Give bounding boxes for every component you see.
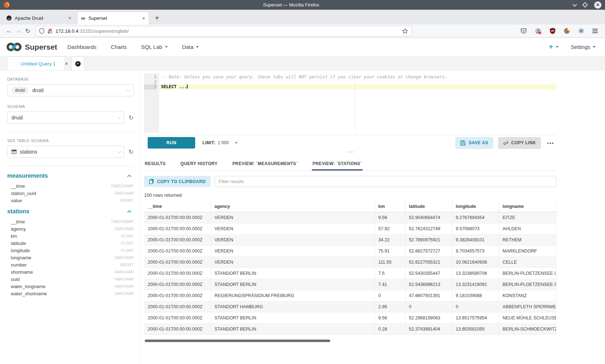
table-row: 2000-01-01T00:00:00.000ZVERDEN57.9252.76… bbox=[144, 223, 556, 235]
lock-insecure-icon[interactable] bbox=[48, 28, 52, 34]
sql-toolbar: RUN LIMIT: 1 000 SAVE AS COPY LINK ••• bbox=[144, 135, 556, 150]
limit-dropdown[interactable]: LIMIT: 1 000 bbox=[202, 140, 238, 145]
table-section-title: stations bbox=[7, 208, 29, 215]
chevron-up-icon[interactable] bbox=[127, 210, 131, 214]
browser-tab-title: Superset bbox=[88, 15, 107, 21]
superset-logo[interactable]: Superset bbox=[6, 42, 57, 52]
results-tab-preview-stations[interactable]: PREVIEW: `STATIONS` bbox=[312, 159, 363, 170]
column-row: uuidVARCHAR bbox=[7, 276, 134, 283]
table-select[interactable]: stations bbox=[7, 146, 124, 158]
results-table: __timeagencykmlatitudelongitudelongname … bbox=[144, 201, 556, 335]
table-cell: REGIERUNGSPRÄSIDIUM FREIBURG bbox=[211, 290, 375, 301]
forward-icon[interactable]: → bbox=[14, 27, 23, 35]
table-cell: 2000-01-01T00:00:00.000Z bbox=[144, 313, 211, 324]
table-cell: 2000-01-01T00:00:00.000Z bbox=[144, 223, 211, 235]
column-header-longitude[interactable]: longitude bbox=[452, 201, 499, 212]
column-name: water_shortname bbox=[11, 291, 47, 296]
ublock-icon[interactable]: uO bbox=[550, 28, 556, 34]
column-header-agency[interactable]: agency bbox=[211, 201, 375, 212]
reload-icon[interactable]: ↻ bbox=[23, 27, 32, 35]
table-cell: MARKLENDORF bbox=[499, 246, 556, 257]
refresh-schemas-icon[interactable]: ↻ bbox=[129, 115, 134, 121]
database-label: DATABASE bbox=[7, 77, 134, 81]
horizontal-scrollbar[interactable] bbox=[145, 340, 330, 342]
table-cell: 0 bbox=[405, 301, 452, 313]
nav-item-charts[interactable]: Charts bbox=[111, 44, 127, 50]
browser-tab-superset[interactable]: ∞ Superset × bbox=[77, 12, 149, 24]
cookie-icon[interactable] bbox=[564, 28, 570, 34]
schema-sidebar: DATABASE druid druid SCHEMA druid ↻ SEE … bbox=[0, 71, 140, 364]
table-cell: 9.7034557573 bbox=[452, 246, 499, 257]
table-value: stations bbox=[20, 149, 117, 155]
drag-handle-icon[interactable]: ⋮⋮ bbox=[11, 62, 18, 66]
window-close-button[interactable]: ✕ bbox=[594, 1, 601, 9]
database-select[interactable]: druid druid bbox=[7, 84, 134, 96]
window-maximize-button[interactable] bbox=[582, 2, 588, 8]
filter-results-input[interactable] bbox=[214, 176, 556, 187]
nav-item-dashboards[interactable]: Dashboards bbox=[67, 44, 97, 50]
settings-menu[interactable]: Settings bbox=[571, 44, 596, 50]
new-tab-button[interactable]: + bbox=[151, 12, 163, 24]
results-tab-preview-measurements[interactable]: PREVIEW: `MEASUREMENTS` bbox=[232, 159, 299, 170]
column-header-longname[interactable]: longname bbox=[499, 201, 556, 212]
pocket-icon[interactable] bbox=[520, 28, 527, 34]
table-cell: VERDEN bbox=[211, 235, 375, 246]
close-query-tab-icon[interactable]: × bbox=[65, 61, 68, 67]
url-bar[interactable]: 172.18.0.4:32251/superset/sqllab/ bbox=[35, 26, 412, 36]
firefox-icon bbox=[4, 2, 10, 8]
column-type: VARCHAR bbox=[115, 227, 134, 231]
nav-item-label: SQL Lab bbox=[141, 44, 162, 50]
chevron-up-icon[interactable] bbox=[127, 174, 131, 178]
table-row: 2000-01-01T00:00:00.000ZSTANDORT BERLIN7… bbox=[144, 268, 556, 279]
results-tab-query-history[interactable]: QUERY HISTORY bbox=[180, 159, 218, 170]
refresh-tables-icon[interactable]: ↻ bbox=[129, 149, 134, 155]
sql-editor[interactable]: 123 -- Note: Unless you save your query,… bbox=[144, 73, 556, 133]
close-tab-icon[interactable]: × bbox=[142, 15, 145, 21]
save-as-button[interactable]: SAVE AS bbox=[455, 137, 493, 149]
bookmark-star-icon[interactable] bbox=[402, 28, 408, 34]
copy-link-button[interactable]: COPY LINK bbox=[498, 137, 541, 149]
copy-to-clipboard-button[interactable]: COPY TO CLIPBOARD bbox=[144, 176, 211, 187]
column-name: latitude bbox=[11, 241, 26, 246]
table-row: 2000-01-01T00:00:00.000ZSTANDORT HAMBURG… bbox=[144, 301, 556, 313]
new-item-button[interactable]: + bbox=[549, 43, 559, 51]
column-type: VARCHAR bbox=[115, 270, 134, 274]
table-cell: 2000-01-01T00:00:00.000Z bbox=[144, 290, 211, 301]
column-row: numberBIGINT bbox=[7, 261, 134, 268]
column-row: shortnameVARCHAR bbox=[7, 268, 134, 276]
more-menu-icon[interactable]: ••• bbox=[546, 140, 556, 146]
back-icon[interactable]: ← bbox=[4, 27, 14, 35]
schema-select[interactable]: druid bbox=[7, 112, 124, 124]
table-row: 2000-01-01T00:00:00.000ZVERDEN34.2252.78… bbox=[144, 235, 556, 246]
menu-icon[interactable] bbox=[592, 29, 598, 33]
pane-resize-handle[interactable] bbox=[346, 151, 355, 153]
add-query-tab-button[interactable]: + bbox=[71, 56, 84, 71]
close-tab-icon[interactable]: × bbox=[68, 15, 71, 21]
shield-icon[interactable] bbox=[39, 28, 44, 34]
chevron-down-icon bbox=[556, 46, 559, 48]
column-header-km[interactable]: km bbox=[375, 201, 405, 212]
column-name: __time bbox=[11, 219, 25, 224]
containers-asterisk-icon[interactable] bbox=[578, 28, 584, 34]
table-cell: 0 bbox=[452, 301, 499, 313]
plus-icon: + bbox=[549, 43, 553, 51]
column-header-time[interactable]: __time bbox=[144, 201, 211, 212]
table-cell: 9.181039088 bbox=[452, 290, 499, 301]
profile-icon[interactable]: × bbox=[535, 28, 542, 35]
table-cell: 47.6607501391 bbox=[405, 290, 452, 301]
copy-icon bbox=[149, 179, 154, 184]
nav-item-data[interactable]: Data bbox=[182, 44, 199, 50]
window-minimize-button[interactable] bbox=[573, 2, 577, 7]
run-button[interactable]: RUN bbox=[148, 137, 195, 149]
table-cell: NEUE MÜHLE SCHLEUSE OP bbox=[499, 313, 556, 324]
table-row: 2000-01-01T00:00:00.000ZSTANDORT BERLIN7… bbox=[144, 279, 556, 290]
table-cell: BERLIN-PLOETZENSEE UP bbox=[499, 268, 556, 279]
superset-logo-icon bbox=[6, 42, 22, 52]
line-number: 1 bbox=[144, 75, 157, 80]
query-tab-untitled-query-1[interactable]: ⋮⋮ Untitled Query 1 × bbox=[7, 56, 65, 71]
browser-tab-apache-druid[interactable]: Apache Druid × bbox=[3, 12, 75, 24]
table-schema-label: SEE TABLE SCHEMA bbox=[7, 138, 134, 143]
nav-item-sql-lab[interactable]: SQL Lab bbox=[141, 44, 168, 50]
results-tab-results[interactable]: RESULTS bbox=[144, 159, 166, 170]
column-header-latitude[interactable]: latitude bbox=[405, 201, 452, 212]
